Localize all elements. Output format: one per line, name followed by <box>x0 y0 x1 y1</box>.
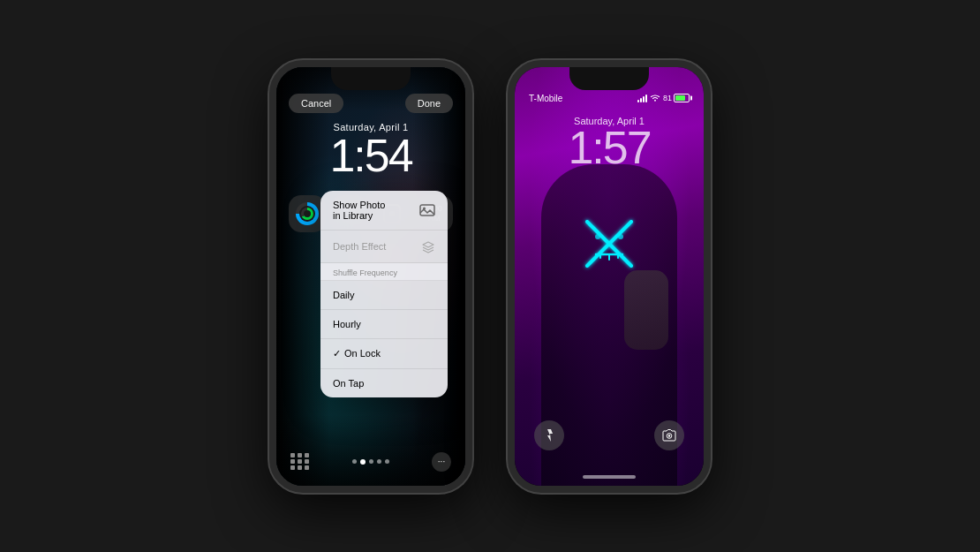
grid-dot <box>305 459 309 464</box>
menu-daily[interactable]: Daily <box>320 281 448 310</box>
menu-on-tap-label: On Tap <box>333 378 364 389</box>
svg-point-12 <box>668 435 670 436</box>
wifi-icon <box>650 94 660 102</box>
hand-figure <box>624 270 668 350</box>
grid-dot <box>298 465 302 470</box>
signal-bar-4 <box>645 95 647 102</box>
page-dot-4 <box>377 459 381 464</box>
phone1-bottom-bar: ··· <box>276 452 465 472</box>
menu-show-photo-library-label: Show Photoin Library <box>333 200 385 221</box>
page-dot-2 <box>360 459 366 465</box>
svg-point-8 <box>595 234 600 239</box>
page-dot-1 <box>352 459 357 464</box>
svg-point-9 <box>618 234 623 239</box>
menu-depth-effect[interactable]: Depth Effect <box>320 231 448 263</box>
camera-button[interactable] <box>654 420 684 450</box>
grid-dot <box>290 459 295 464</box>
svg-point-10 <box>654 100 656 102</box>
signal-area: 81 <box>637 94 690 102</box>
grid-dot <box>305 465 309 470</box>
menu-shuffle-frequency-header: Shuffle Frequency <box>320 263 448 281</box>
menu-depth-effect-label: Depth Effect <box>333 241 386 252</box>
phone-1: Cancel Done Saturday, April 1 1:54 68 48… <box>269 60 472 493</box>
page-indicator <box>352 459 389 465</box>
phone2-time: 1:57 <box>515 125 704 170</box>
photo-icon <box>419 203 435 217</box>
torch-icon <box>543 428 555 442</box>
torch-button[interactable] <box>534 420 564 450</box>
phone1-time: 1:54 <box>276 132 465 178</box>
context-menu: Show Photoin Library Depth Effect Shuf <box>320 191 448 397</box>
battery-icon <box>674 94 690 102</box>
grid-dot <box>290 465 295 470</box>
signal-bar-3 <box>643 96 645 102</box>
cancel-button[interactable]: Cancel <box>289 94 343 113</box>
power-button <box>471 173 472 222</box>
menu-on-tap[interactable]: On Tap <box>320 369 448 397</box>
phone1-top-bar: Cancel Done <box>276 94 465 113</box>
volume-down-button <box>269 213 271 248</box>
menu-show-photo-library[interactable]: Show Photoin Library <box>320 191 448 231</box>
menu-on-lock-label: ✓On Lock <box>333 348 381 359</box>
page-dot-5 <box>385 459 389 464</box>
activity-ring <box>296 202 319 225</box>
signal-bars-icon <box>637 94 647 102</box>
page-dot-3 <box>369 459 373 464</box>
battery-area: 81 <box>663 94 690 102</box>
phone-2: T-Mobile 81 Saturday, A <box>508 60 711 493</box>
signal-bar-2 <box>640 98 642 102</box>
alley-shadow-bottom <box>276 415 465 486</box>
home-indicator <box>583 475 636 479</box>
activity-ring-inner <box>301 208 313 220</box>
camera-icon <box>662 429 676 442</box>
grid-dot <box>298 453 302 457</box>
menu-hourly-label: Hourly <box>333 319 361 329</box>
battery-fill <box>675 95 685 101</box>
battery-percent: 81 <box>663 94 672 102</box>
carrier-label: T-Mobile <box>529 94 562 103</box>
shuffle-frequency-label: Shuffle Frequency <box>333 268 397 277</box>
menu-daily-label: Daily <box>333 290 354 300</box>
grid-dot <box>305 453 309 457</box>
grid-icon[interactable] <box>290 453 310 470</box>
done-button[interactable]: Done <box>405 94 453 113</box>
phone2-status-bar: T-Mobile 81 <box>515 94 704 103</box>
mute-switch <box>269 138 271 163</box>
volume-up-button <box>269 171 271 207</box>
more-button[interactable]: ··· <box>432 452 451 472</box>
grid-dot <box>290 453 295 457</box>
signal-bar-1 <box>637 100 639 102</box>
checkmark-icon: ✓ <box>333 348 341 359</box>
menu-hourly[interactable]: Hourly <box>320 310 448 339</box>
menu-on-lock[interactable]: ✓On Lock <box>320 339 448 369</box>
layers-icon <box>421 239 435 253</box>
neon-mask <box>574 208 645 279</box>
power-button-2 <box>709 173 711 222</box>
grid-dot <box>298 459 302 464</box>
